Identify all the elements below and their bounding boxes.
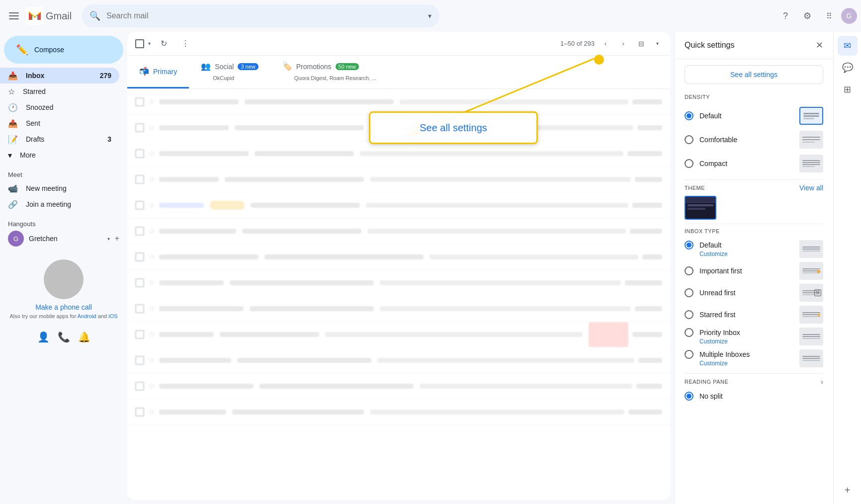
inbox-unread-radio[interactable] <box>685 288 693 297</box>
reading-pane-expand[interactable]: › <box>821 378 823 386</box>
sidebar-item-more[interactable]: ▾ More <box>0 147 119 163</box>
sidebar-item-join-meeting[interactable]: 🔗 Join a meeting <box>0 196 119 212</box>
social-icon: 👥 <box>201 62 211 71</box>
tab-social[interactable]: 👥 Social 3 new OkCupid <box>189 56 270 88</box>
right-tab-mail[interactable]: ✉ <box>838 36 858 56</box>
phone-sub-text: Also try our mobile apps for Android and… <box>9 313 117 319</box>
prev-page-button[interactable]: ‹ <box>599 37 612 51</box>
tab-promotions[interactable]: 🏷️ Promotions 50 new Quora Digest, Roam … <box>270 56 389 88</box>
email-row[interactable]: ☆ <box>127 373 670 399</box>
highlight-text: See all settings <box>420 122 487 134</box>
email-row[interactable]: ☆ <box>127 167 670 192</box>
inbox-default-customize[interactable]: Customize <box>685 251 799 257</box>
email-row[interactable]: ☆ <box>127 270 670 296</box>
inbox-multiple-label: Multiple Inboxes <box>699 350 750 358</box>
settings-button[interactable]: ⚙ <box>797 6 817 26</box>
inbox-type-priority-row: Priority Inbox Customize <box>685 326 823 347</box>
inbox-starred-label: Starred first <box>699 311 735 319</box>
people-icon[interactable]: 👤 <box>37 331 50 343</box>
inbox-multiple-customize[interactable]: Customize <box>685 360 799 367</box>
inbox-multiple-option[interactable]: Multiple Inboxes <box>685 350 799 359</box>
sidebar-item-starred[interactable]: ☆ Starred <box>0 84 119 99</box>
qs-body: See all settings DENSITY Default <box>675 59 833 504</box>
refresh-icon: ↻ <box>161 39 167 48</box>
sidebar-item-drafts[interactable]: 📝 Drafts 3 <box>0 131 119 147</box>
filter-icon[interactable]: ▾ <box>428 12 431 20</box>
see-all-settings-button[interactable]: See all settings <box>685 65 823 84</box>
add-hangout-icon[interactable]: + <box>115 234 119 243</box>
email-row[interactable]: ☆ <box>127 347 670 373</box>
right-tab-spaces[interactable]: ⊞ <box>838 80 858 99</box>
help-button[interactable]: ? <box>775 6 795 26</box>
layout-toggle-button[interactable]: ⊟ <box>634 37 648 51</box>
email-list-container: ▾ ↻ ⋮ 1–50 of 293 ‹ › ⊟ <box>127 32 670 500</box>
layout-options-button[interactable]: ▾ <box>652 37 662 51</box>
theme-preview-tile[interactable] <box>685 196 716 220</box>
more-options-button[interactable]: ⋮ <box>176 35 194 53</box>
inbox-starred-option[interactable]: Starred first <box>685 310 735 319</box>
select-dropdown[interactable]: ▾ <box>148 41 151 46</box>
inbox-unread-option[interactable]: Unread first <box>685 288 735 297</box>
right-panel-add-button[interactable]: + <box>838 480 858 500</box>
tab-primary[interactable]: 📬 Primary <box>127 56 189 88</box>
apps-button[interactable]: ⠿ <box>819 6 839 26</box>
inbox-priority-radio[interactable] <box>685 328 693 337</box>
inbox-priority-customize[interactable]: Customize <box>685 338 799 345</box>
mail-tab-icon: ✉ <box>844 40 851 51</box>
inbox-count: 279 <box>100 72 111 80</box>
inbox-multiple-radio[interactable] <box>685 350 693 359</box>
call-icon[interactable]: 📞 <box>58 331 70 343</box>
inbox-important-radio[interactable] <box>685 266 693 275</box>
highlight-overlay[interactable]: See all settings <box>369 111 538 144</box>
inbox-starred-radio[interactable] <box>685 310 693 319</box>
sidebar-item-sent[interactable]: 📤 Sent <box>0 115 119 131</box>
view-all-themes-link[interactable]: View all <box>799 184 823 192</box>
hangout-user-item[interactable]: G Gretchen ▾ + <box>0 230 127 248</box>
hangout-avatar: G <box>8 231 24 247</box>
search-bar[interactable]: 🔍 ▾ <box>82 4 439 27</box>
sidebar-item-new-meeting[interactable]: 📹 New meeting <box>0 180 119 196</box>
density-comfortable-preview <box>799 131 823 149</box>
sent-icon: 📤 <box>8 119 18 128</box>
email-row[interactable]: ☆ <box>127 244 670 270</box>
email-row[interactable]: ☆ <box>127 322 670 347</box>
right-tab-chat[interactable]: 💬 <box>838 58 858 78</box>
email-row[interactable]: ☆ <box>127 296 670 322</box>
bell-icon[interactable]: 🔔 <box>78 331 90 343</box>
density-default-row: Default <box>685 104 823 128</box>
inbox-important-option[interactable]: Important first <box>685 266 742 275</box>
more-icon: ▾ <box>8 151 12 160</box>
density-default-radio[interactable] <box>685 111 693 120</box>
ios-link[interactable]: iOS <box>108 313 117 319</box>
email-row[interactable]: ☆ <box>127 192 670 218</box>
android-link[interactable]: Android <box>78 313 96 319</box>
menu-icon[interactable] <box>4 6 24 26</box>
density-comfortable-option[interactable]: Comfortable <box>685 135 737 144</box>
reading-pane-no-split-radio[interactable] <box>685 392 693 401</box>
inbox-priority-option[interactable]: Priority Inbox <box>685 328 799 337</box>
sidebar-item-inbox[interactable]: 📥 Inbox 279 <box>0 68 119 84</box>
search-input[interactable] <box>106 11 422 20</box>
sidebar-item-snoozed[interactable]: 🕐 Snoozed <box>0 99 119 115</box>
density-comfortable-radio[interactable] <box>685 135 693 144</box>
chat-tab-icon: 💬 <box>842 62 853 73</box>
email-row[interactable]: ☆ <box>127 141 670 167</box>
inbox-default-radio[interactable] <box>685 241 693 250</box>
email-row[interactable]: ☆ <box>127 399 670 425</box>
next-page-button[interactable]: › <box>616 37 630 51</box>
density-default-option[interactable]: Default <box>685 111 721 120</box>
inbox-tabs: 📬 Primary 👥 Social 3 new OkCupid 🏷️ Prom… <box>127 56 670 89</box>
density-compact-option[interactable]: Compact <box>685 159 727 168</box>
tab-social-label: Social <box>215 63 234 71</box>
compose-button[interactable]: ✏️ Compose <box>4 36 123 64</box>
inbox-default-option[interactable]: Default <box>685 241 799 250</box>
phone-call-link[interactable]: Make a phone call <box>35 303 92 311</box>
select-checkbox[interactable] <box>135 39 144 48</box>
refresh-button[interactable]: ↻ <box>155 35 172 53</box>
density-comfortable-row: Comfortable <box>685 128 823 152</box>
email-row[interactable]: ☆ <box>127 218 670 244</box>
avatar[interactable]: G <box>841 8 857 24</box>
qs-close-button[interactable]: ✕ <box>816 40 823 51</box>
density-compact-radio[interactable] <box>685 159 693 168</box>
theme-section: THEME View all <box>685 184 823 220</box>
